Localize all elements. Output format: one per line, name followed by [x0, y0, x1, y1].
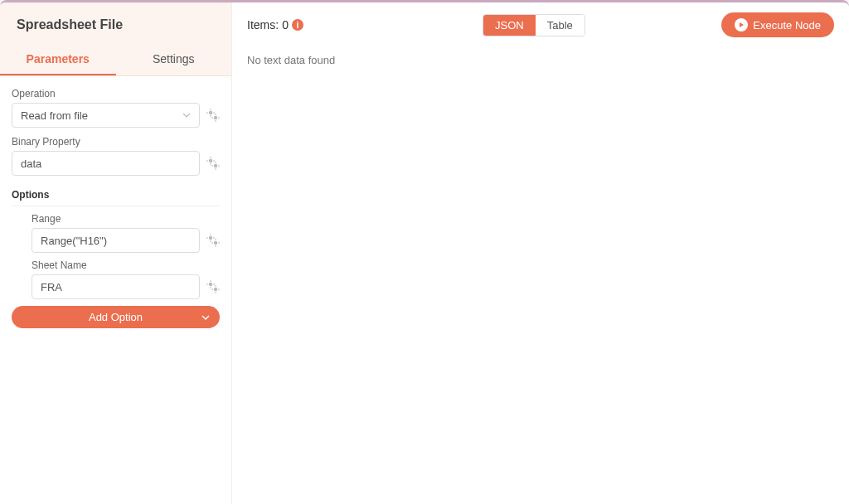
gear-icon[interactable] — [206, 280, 220, 293]
chevron-down-icon — [182, 113, 191, 118]
output-header: Items: 0 i JSON Table Execute Node — [232, 2, 849, 47]
svg-point-7 — [214, 288, 217, 291]
output-empty-message: No text data found — [232, 47, 849, 73]
sidebar: Spreadsheet File Parameters Settings Ope… — [0, 2, 232, 504]
sheet-name-label: Sheet Name — [32, 259, 220, 271]
operation-select[interactable]: Read from file — [12, 103, 200, 128]
table-view-button[interactable]: Table — [536, 15, 585, 36]
binary-property-label: Binary Property — [12, 136, 220, 148]
svg-point-5 — [214, 241, 217, 245]
json-view-button[interactable]: JSON — [483, 15, 536, 36]
execute-label: Execute Node — [753, 19, 821, 32]
svg-point-2 — [209, 159, 212, 162]
play-icon — [735, 18, 748, 32]
sheet-name-input[interactable] — [32, 274, 200, 299]
svg-point-0 — [209, 111, 212, 114]
range-label: Range — [32, 213, 220, 225]
gear-icon[interactable] — [206, 157, 220, 170]
info-icon[interactable]: i — [292, 19, 303, 31]
sidebar-header: Spreadsheet File Parameters Settings — [0, 2, 231, 76]
svg-point-1 — [214, 116, 217, 119]
tabs-bar: Parameters Settings — [0, 44, 231, 75]
svg-point-3 — [214, 164, 217, 167]
options-header: Options — [12, 184, 220, 206]
add-option-button[interactable]: Add Option — [12, 306, 220, 328]
binary-property-input[interactable] — [12, 151, 200, 176]
chevron-down-icon — [201, 315, 210, 320]
items-count-value: 0 — [282, 18, 289, 32]
add-option-label: Add Option — [89, 311, 143, 323]
items-label-text: Items: — [247, 18, 279, 32]
range-input[interactable] — [32, 228, 200, 253]
items-count: Items: 0 i — [247, 18, 303, 32]
gear-icon[interactable] — [206, 109, 220, 122]
execute-node-button[interactable]: Execute Node — [721, 12, 834, 37]
tab-settings[interactable]: Settings — [116, 44, 232, 75]
parameters-form: Operation Read from file — [0, 76, 231, 340]
tab-parameters[interactable]: Parameters — [0, 44, 116, 75]
operation-label: Operation — [12, 88, 220, 99]
output-panel: Items: 0 i JSON Table Execute Node — [232, 2, 849, 504]
node-title: Spreadsheet File — [17, 17, 123, 32]
svg-point-6 — [209, 283, 212, 286]
operation-value: Read from file — [21, 109, 88, 122]
svg-point-4 — [209, 236, 212, 240]
gear-icon[interactable] — [206, 234, 220, 247]
view-toggle: JSON Table — [483, 14, 585, 36]
